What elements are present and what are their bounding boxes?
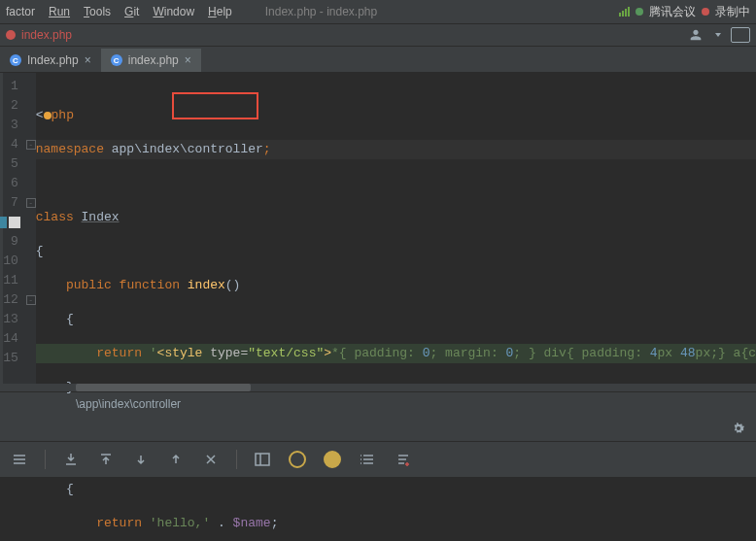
fold-gutter: - - - <box>26 73 36 384</box>
php-circle-icon: C <box>10 54 21 66</box>
menu-item-tools[interactable]: Tools <box>84 5 111 18</box>
line-number: 6 <box>3 174 26 193</box>
arrow-down-icon[interactable] <box>131 450 151 469</box>
close-icon[interactable]: × <box>185 53 191 67</box>
tab-index-php-2[interactable]: C index.php × <box>101 49 201 72</box>
line-number: 13 <box>3 310 26 329</box>
code-line: { <box>36 310 756 329</box>
scrollbar-thumb[interactable] <box>76 384 251 391</box>
line-number: 5 <box>3 154 26 174</box>
menu-item-help[interactable]: Help <box>208 5 232 18</box>
editor-area: 1 2 3 4 5 6 7 8 9 10 11 12 13 14 15 - - … <box>0 73 756 384</box>
line-number: 4 <box>3 135 26 154</box>
user-icon[interactable] <box>688 27 704 43</box>
code-line <box>36 174 756 193</box>
record-dot-icon <box>702 8 709 16</box>
menu-item-refactor[interactable]: factor <box>6 5 35 18</box>
signal-bars-icon <box>619 7 630 17</box>
php-file-icon <box>6 30 16 40</box>
tab-index-php-1[interactable]: C Index.php × <box>0 49 101 72</box>
line-number: 11 <box>3 271 26 290</box>
meeting-label: 腾讯会议 <box>649 4 696 20</box>
status-indicators: 腾讯会议 录制中 <box>619 4 750 20</box>
code-line: <php <box>36 106 756 125</box>
recording-label: 录制中 <box>715 4 750 20</box>
menu-item-run[interactable]: Run <box>49 5 70 18</box>
line-number: 15 <box>3 349 26 368</box>
upload-icon[interactable] <box>96 450 116 469</box>
line-number: 7 <box>3 193 26 213</box>
horizontal-scrollbar[interactable] <box>0 384 756 391</box>
tab-label: index.php <box>128 53 179 67</box>
line-number: 2 <box>3 96 26 116</box>
download-icon[interactable] <box>61 450 81 469</box>
green-dot-icon <box>636 8 643 16</box>
line-number: 10 <box>3 252 26 271</box>
marker-white-icon <box>9 217 20 228</box>
chevron-down-icon[interactable] <box>715 33 721 37</box>
line-number: 3 <box>3 116 26 135</box>
breadcrumb-file[interactable]: index.php <box>21 28 72 42</box>
line-number: 1 <box>3 77 26 96</box>
line-number: 12 <box>3 290 26 310</box>
bottom-toolbar <box>0 441 756 477</box>
layout-panel-icon[interactable] <box>253 450 272 469</box>
kill-icon[interactable] <box>201 450 221 469</box>
code-line: return 'hello,' . $name; <box>36 514 756 533</box>
code-line: { <box>36 480 756 499</box>
editor-tab-bar: C Index.php × C index.php × <box>0 47 756 73</box>
line-number: 8 <box>3 213 26 232</box>
list-add-icon[interactable] <box>393 450 412 469</box>
menu-item-window[interactable]: Window <box>153 5 194 18</box>
fold-toggle-icon[interactable]: - <box>26 140 36 150</box>
code-line: class Index <box>36 208 756 227</box>
tab-label: Index.php <box>27 53 79 67</box>
fold-toggle-icon[interactable]: - <box>26 295 36 305</box>
svg-rect-0 <box>256 454 269 465</box>
arrow-up-icon[interactable] <box>166 450 186 469</box>
gear-icon[interactable] <box>731 421 746 436</box>
code-line: { <box>36 242 756 261</box>
line-number-gutter: 1 2 3 4 5 6 7 8 9 10 11 12 13 14 15 <box>3 73 26 384</box>
list-icon[interactable] <box>358 450 377 469</box>
target-outline-icon[interactable] <box>288 450 307 469</box>
line-number: 14 <box>3 329 26 349</box>
code-line: namespace app\index\controller; <box>36 140 756 159</box>
close-icon[interactable]: × <box>85 53 91 67</box>
marker-blue-icon <box>0 217 7 228</box>
hint-dot-icon <box>44 112 52 119</box>
target-solid-icon[interactable] <box>323 450 342 469</box>
code-line: public function index() <box>36 276 756 295</box>
php-circle-icon: C <box>111 54 122 66</box>
window-title: Index.php - index.php <box>246 5 619 18</box>
nav-bar: index.php <box>0 24 756 47</box>
menu-lines-icon[interactable] <box>10 450 29 469</box>
code-editor[interactable]: <php namespace app\index\controller; cla… <box>36 73 756 384</box>
fold-toggle-icon[interactable]: - <box>26 198 36 208</box>
code-line: return '<style type="text/css">*{ paddin… <box>36 344 756 363</box>
main-menu-bar: factor Run Tools Git Window Help Index.p… <box>0 0 756 24</box>
window-overlay-icon[interactable] <box>731 27 750 43</box>
line-number: 9 <box>3 232 26 252</box>
menu-item-git[interactable]: Git <box>124 5 139 18</box>
